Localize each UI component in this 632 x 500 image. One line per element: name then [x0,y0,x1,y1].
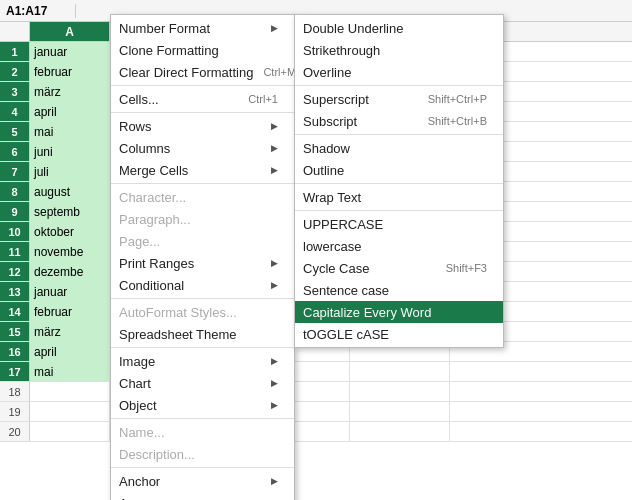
menu-item-label: Print Ranges [119,256,194,271]
cell-a[interactable]: mai [30,122,110,141]
row-number: 1 [0,42,30,61]
row-num-header [0,22,30,41]
menu-item[interactable]: lowercase [295,235,503,257]
cell-a[interactable]: august [30,182,110,201]
context-menu-right[interactable]: Double UnderlineStrikethroughOverlineSup… [294,14,504,348]
cell-a[interactable]: märz [30,82,110,101]
menu-item-label: Object [119,398,157,413]
row-number: 8 [0,182,30,201]
cell-a[interactable]: oktober [30,222,110,241]
menu-item[interactable]: SuperscriptShift+Ctrl+P [295,88,503,110]
cell-a[interactable] [30,402,110,421]
menu-item[interactable]: Merge Cells [111,159,294,181]
menu-item-label: Outline [303,163,344,178]
table-row[interactable]: 20 [0,422,632,442]
cell-a[interactable] [30,422,110,441]
cell-a[interactable]: dezembe [30,262,110,281]
menu-item[interactable]: SubscriptShift+Ctrl+B [295,110,503,132]
row-number: 4 [0,102,30,121]
menu-item[interactable]: Capitalize Every Word [295,301,503,323]
menu-item-label: Character... [119,190,186,205]
menu-item[interactable]: Spreadsheet Theme [111,323,294,345]
menu-item[interactable]: Number Format [111,17,294,39]
menu-item[interactable]: UPPERCASE [295,213,503,235]
menu-item-label: UPPERCASE [303,217,383,232]
menu-item[interactable]: Chart [111,372,294,394]
cell-a[interactable]: märz [30,322,110,341]
menu-item-label: Wrap Text [303,190,361,205]
menu-item[interactable]: Double Underline [295,17,503,39]
menu-separator [111,418,294,419]
menu-separator [111,347,294,348]
cell-a[interactable]: novembe [30,242,110,261]
menu-item-label: AutoFormat Styles... [119,305,237,320]
menu-item-label: Arrange [119,496,165,501]
row-number: 7 [0,162,30,181]
cell-a[interactable] [30,382,110,401]
cell-a[interactable]: januar [30,282,110,301]
menu-item[interactable]: Shadow [295,137,503,159]
table-row[interactable]: 17mai [0,362,632,382]
cell[interactable] [350,382,450,401]
menu-item[interactable]: Columns [111,137,294,159]
row-number: 10 [0,222,30,241]
menu-item[interactable]: Object [111,394,294,416]
menu-item[interactable]: Cells...Ctrl+1 [111,88,294,110]
menu-item[interactable]: Clone Formatting [111,39,294,61]
cell-a[interactable]: april [30,342,110,361]
menu-item-label: Name... [119,425,165,440]
menu-item[interactable]: Print Ranges [111,252,294,274]
row-number: 14 [0,302,30,321]
menu-item-label: Strikethrough [303,43,380,58]
menu-item-label: Clone Formatting [119,43,219,58]
cell-a[interactable]: januar [30,42,110,61]
cell-a[interactable]: mai [30,362,110,381]
menu-item-label: Spreadsheet Theme [119,327,237,342]
cell-a[interactable]: februar [30,62,110,81]
cell-a[interactable]: juli [30,162,110,181]
menu-item-label: tOGGLE cASE [303,327,389,342]
menu-item[interactable]: Overline [295,61,503,83]
menu-separator [111,298,294,299]
menu-item[interactable]: Anchor [111,470,294,492]
cell[interactable] [350,422,450,441]
menu-item[interactable]: Arrange [111,492,294,500]
menu-separator [111,467,294,468]
row-number: 5 [0,122,30,141]
menu-item-label: Cycle Case [303,261,369,276]
cell-reference: A1:A17 [6,4,76,18]
menu-item[interactable]: tOGGLE cASE [295,323,503,345]
menu-separator [111,112,294,113]
cell-a[interactable]: juni [30,142,110,161]
menu-item[interactable]: Image [111,350,294,372]
menu-item[interactable]: Conditional [111,274,294,296]
menu-item[interactable]: Strikethrough [295,39,503,61]
menu-separator [295,134,503,135]
table-row[interactable]: 19 [0,402,632,422]
context-menu-left[interactable]: Number FormatClone FormattingClear Direc… [110,14,295,500]
cell-a[interactable]: februar [30,302,110,321]
row-number: 19 [0,402,30,421]
row-number: 6 [0,142,30,161]
menu-item[interactable]: Rows [111,115,294,137]
menu-item-label: Chart [119,376,151,391]
cell[interactable] [350,402,450,421]
row-number: 16 [0,342,30,361]
row-number: 18 [0,382,30,401]
menu-item[interactable]: Clear Direct FormattingCtrl+M [111,61,294,83]
table-row[interactable]: 18 [0,382,632,402]
cell-a[interactable]: septemb [30,202,110,221]
menu-item[interactable]: Cycle CaseShift+F3 [295,257,503,279]
row-number: 15 [0,322,30,341]
col-header-a[interactable]: A [30,22,110,41]
row-number: 2 [0,62,30,81]
row-number: 17 [0,362,30,381]
menu-item[interactable]: Outline [295,159,503,181]
cell-a[interactable]: april [30,102,110,121]
menu-item[interactable]: Sentence case [295,279,503,301]
menu-item-label: Description... [119,447,195,462]
row-number: 11 [0,242,30,261]
cell[interactable] [350,362,450,381]
menu-item[interactable]: Wrap Text [295,186,503,208]
menu-item-label: Sentence case [303,283,389,298]
